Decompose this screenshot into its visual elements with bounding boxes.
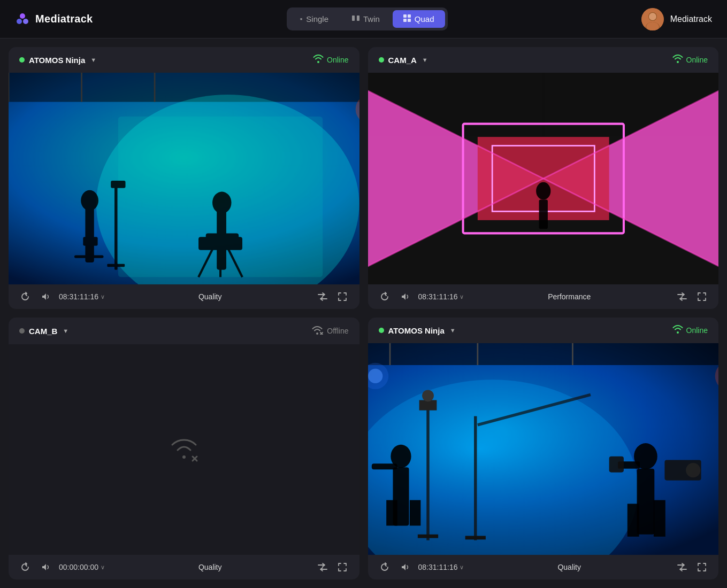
tab-single[interactable]: ▪ Single — [289, 10, 339, 28]
timecode-value: 00:00:00:00 — [59, 563, 98, 571]
single-icon: ▪ — [300, 15, 303, 23]
timecode: 08:31:11:16 ∨ — [418, 292, 464, 301]
svg-point-81 — [686, 463, 700, 477]
panel-atomos-2: ATOMOS Ninja ▼ Online — [368, 318, 719, 579]
svg-rect-63 — [426, 401, 429, 540]
panel-cam-b-status: Offline — [311, 325, 348, 337]
svg-rect-68 — [465, 536, 485, 539]
timecode: 00:00:00:00 ∨ — [59, 563, 105, 571]
status-dot-online — [19, 57, 25, 63]
svg-rect-23 — [74, 255, 104, 258]
twin-icon — [352, 14, 359, 24]
panel-cam-a-header: CAM_A ▼ Online — [368, 47, 719, 73]
device-name: CAM_B — [29, 327, 57, 336]
refresh-button[interactable] — [18, 290, 32, 304]
volume-button[interactable] — [39, 290, 52, 304]
panel-cam-b-device[interactable]: CAM_B ▼ — [19, 327, 68, 336]
avatar — [641, 8, 664, 30]
refresh-button[interactable] — [378, 560, 392, 574]
timecode-value: 08:31:11:16 — [418, 563, 458, 571]
device-name: ATOMOS Ninja — [29, 56, 85, 65]
volume-button[interactable] — [398, 560, 412, 574]
panel-cam-b: CAM_B ▼ Offline — [9, 318, 359, 579]
svg-rect-3 — [352, 16, 355, 21]
svg-point-12 — [649, 13, 656, 20]
swap-button[interactable] — [315, 290, 330, 304]
logo-icon — [15, 12, 30, 27]
quality-button[interactable]: Performance — [544, 290, 595, 303]
fullscreen-button[interactable] — [695, 560, 709, 574]
wifi-offline-icon — [311, 325, 324, 337]
wifi-online-icon — [313, 55, 324, 65]
panel-cam-a-video — [368, 73, 719, 284]
svg-rect-58 — [368, 343, 719, 365]
panel-cam-a-device[interactable]: CAM_A ▼ — [379, 56, 428, 65]
panel-atomos-1-controls: 08:31:11:16 ∨ Quality — [9, 284, 359, 309]
fullscreen-button[interactable] — [695, 290, 709, 304]
timecode: 08:31:11:16 ∨ — [59, 292, 105, 301]
swap-button[interactable] — [675, 560, 690, 574]
device-chevron-icon: ▼ — [450, 327, 456, 334]
quality-button[interactable]: Quality — [194, 561, 226, 574]
svg-point-0 — [20, 13, 25, 19]
panel-atomos-1: ATOMOS Ninja ▼ Online — [9, 47, 359, 309]
blue-studio-2-scene — [368, 343, 719, 555]
blue-studio-scene — [9, 73, 359, 284]
ctrl-right — [675, 560, 709, 574]
swap-button[interactable] — [675, 290, 690, 304]
tab-single-label: Single — [306, 14, 328, 24]
timecode-value: 08:31:11:16 — [418, 292, 458, 301]
header: Mediatrack ▪ Single Twin Quad — [0, 0, 727, 38]
svg-rect-72 — [409, 500, 420, 526]
status-label: Online — [686, 56, 708, 64]
svg-rect-71 — [386, 500, 397, 526]
quality-button[interactable]: Quality — [553, 561, 585, 574]
swap-button[interactable] — [315, 560, 330, 574]
svg-rect-24 — [83, 237, 97, 245]
fullscreen-button[interactable] — [335, 560, 349, 574]
panel-cam-a: CAM_A ▼ Online — [368, 47, 719, 309]
svg-rect-79 — [609, 457, 623, 473]
device-chevron-icon: ▼ — [422, 57, 428, 63]
status-label: Online — [327, 56, 348, 64]
tab-quad-label: Quad — [415, 14, 434, 24]
quality-button[interactable]: Quality — [194, 290, 226, 303]
panel-cam-b-header: CAM_B ▼ Offline — [9, 318, 359, 344]
status-label: Offline — [327, 327, 348, 335]
tab-twin[interactable]: Twin — [341, 10, 391, 28]
svg-point-66 — [422, 390, 434, 401]
svg-rect-28 — [111, 181, 125, 188]
timecode-chevron-icon: ∨ — [460, 293, 464, 300]
panel-atomos-2-device[interactable]: ATOMOS Ninja ▼ — [379, 326, 456, 335]
status-label: Online — [686, 326, 708, 335]
volume-button[interactable] — [398, 290, 412, 304]
svg-rect-16 — [9, 73, 359, 102]
ctrl-left: 08:31:11:16 ∨ — [18, 290, 105, 304]
svg-point-46 — [536, 182, 550, 200]
status-dot-online — [379, 328, 384, 333]
panel-atomos-1-device[interactable]: ATOMOS Ninja ▼ — [19, 56, 96, 65]
status-dot-online — [379, 57, 384, 63]
status-dot-offline — [19, 328, 25, 334]
svg-rect-73 — [371, 463, 397, 469]
panel-atomos-2-controls: 08:31:11:16 ∨ Quality — [368, 555, 719, 579]
panel-atomos-1-status: Online — [313, 55, 348, 65]
svg-point-30 — [212, 192, 232, 214]
svg-rect-47 — [539, 200, 547, 229]
fullscreen-button[interactable] — [335, 290, 349, 304]
refresh-button[interactable] — [378, 290, 392, 304]
timecode-value: 08:31:11:16 — [59, 292, 98, 301]
pink-tunnel-scene — [368, 73, 719, 284]
tab-quad[interactable]: Quad — [393, 10, 445, 28]
svg-rect-65 — [419, 400, 437, 411]
user-name: Mediatrack — [670, 14, 712, 24]
refresh-button[interactable] — [18, 560, 32, 574]
view-mode-tabs: ▪ Single Twin Quad — [287, 7, 448, 30]
volume-button[interactable] — [39, 560, 52, 574]
quad-grid: ATOMOS Ninja ▼ Online — [0, 38, 727, 588]
ctrl-right — [315, 290, 349, 304]
ctrl-left: 08:31:11:16 ∨ — [378, 290, 464, 304]
timecode-chevron-icon: ∨ — [460, 564, 464, 571]
user-menu[interactable]: Mediatrack — [641, 8, 712, 30]
ctrl-right — [315, 560, 349, 574]
